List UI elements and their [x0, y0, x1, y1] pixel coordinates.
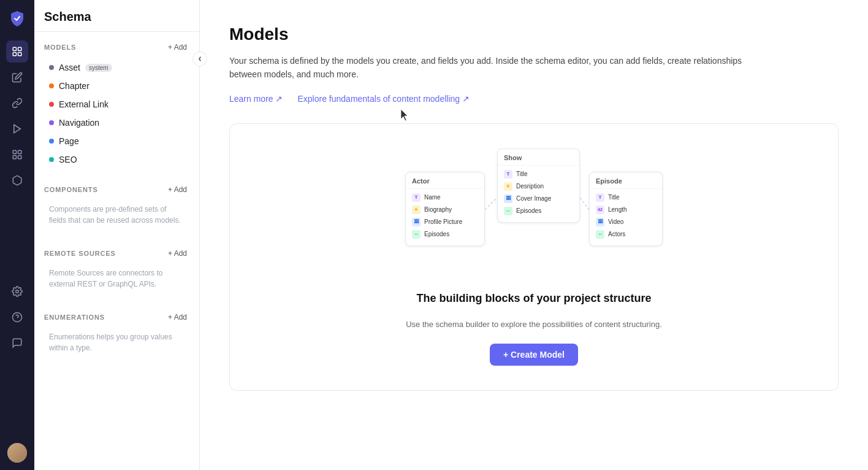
- sidebar-item-apps[interactable]: [6, 144, 28, 166]
- svg-rect-8: [18, 156, 21, 159]
- svg-rect-2: [13, 53, 16, 56]
- remote-sources-section-header: REMOTE SOURCES + Add: [44, 248, 189, 259]
- field-icon-d: ≡: [412, 206, 421, 214]
- components-desc: Components are pre-defined sets of field…: [44, 201, 189, 233]
- field-icon-img3: 🖼: [596, 218, 604, 226]
- sidebar: Schema MODELS + Add Asset system Chapter…: [34, 0, 200, 470]
- show-title: Show: [498, 154, 579, 166]
- field-icon-t: T: [412, 193, 421, 202]
- page-label: Page: [59, 136, 79, 146]
- actor-title: Actor: [406, 177, 484, 189]
- chapter-dot: [49, 83, 54, 88]
- field-icon-rel2: ↔: [504, 207, 512, 215]
- page-dot: [49, 139, 54, 144]
- svg-rect-3: [18, 53, 21, 56]
- field-icon-img: 🖼: [412, 218, 421, 226]
- svg-rect-1: [18, 47, 21, 50]
- field-icon-42: 42: [596, 206, 604, 214]
- svg-line-13: [580, 198, 589, 210]
- sidebar-item-links[interactable]: [6, 92, 28, 114]
- svg-rect-7: [13, 156, 16, 159]
- sidebar-collapse-button[interactable]: [192, 52, 207, 66]
- ep-field-video: 🖼 Video: [590, 216, 662, 228]
- model-item-external-link[interactable]: External Link: [44, 96, 189, 113]
- external-link-label: External Link: [59, 99, 108, 109]
- actor-field-pic: 🖼 Profile Picture: [406, 216, 484, 228]
- seo-dot: [49, 157, 54, 162]
- components-section-header: COMPONENTS + Add: [44, 184, 189, 195]
- show-card: Show T Title ≡ Desription 🖼 Cover Image …: [497, 148, 580, 223]
- field-icon-t2: T: [504, 170, 512, 179]
- page-description: Your schema is defined by the models you…: [229, 54, 756, 82]
- episode-title: Episode: [590, 177, 662, 189]
- icon-bar: [0, 0, 34, 470]
- field-icon-d2: ≡: [504, 182, 512, 191]
- svg-rect-0: [13, 47, 16, 50]
- models-add-button[interactable]: + Add: [166, 42, 189, 53]
- illustration-card: Actor T Name ≡ Biography 🖼 Profile Pictu…: [229, 123, 839, 391]
- external-link-dot: [49, 102, 54, 107]
- components-add-button[interactable]: + Add: [166, 184, 189, 195]
- navigation-label: Navigation: [59, 118, 99, 128]
- schema-diagram: Actor T Name ≡ Biography 🖼 Profile Pictu…: [405, 148, 663, 277]
- sidebar-item-content[interactable]: [6, 66, 28, 88]
- illustration-desc: Use the schema builder to explore the po…: [406, 320, 662, 329]
- actor-field-eps: ↔ Episodes: [406, 228, 484, 241]
- show-field-desc: ≡ Desription: [498, 180, 579, 193]
- explore-link[interactable]: Explore fundamentals of content modellin…: [297, 94, 470, 104]
- enumerations-section: ENUMERATIONS + Add Enumerations helps yo…: [34, 302, 199, 366]
- field-icon-rel: ↔: [412, 230, 421, 239]
- cursor-pointer: [401, 109, 409, 121]
- sidebar-title: Schema: [34, 0, 199, 32]
- actor-field-name: T Name: [406, 191, 484, 204]
- ep-field-length: 42 Length: [590, 204, 662, 216]
- model-item-asset[interactable]: Asset system: [44, 59, 189, 76]
- ep-field-actors: ↔ Actors: [590, 228, 662, 241]
- main-content: Models Your schema is defined by the mod…: [200, 0, 868, 470]
- enumerations-desc: Enumerations helps you group values with…: [44, 329, 189, 361]
- model-item-navigation[interactable]: Navigation: [44, 114, 189, 131]
- sidebar-item-play[interactable]: [6, 118, 28, 140]
- app-logo[interactable]: [6, 7, 28, 29]
- illustration-title: The building blocks of your project stru…: [416, 292, 651, 305]
- sidebar-item-settings[interactable]: [6, 280, 28, 302]
- models-section-header: MODELS + Add: [44, 42, 189, 53]
- actor-card: Actor T Name ≡ Biography 🖼 Profile Pictu…: [405, 172, 485, 246]
- learn-more-links: Learn more ↗ Explore fundamentals of con…: [229, 94, 839, 104]
- show-field-title: T Title: [498, 168, 579, 180]
- actor-field-bio: ≡ Biography: [406, 204, 484, 216]
- components-section-label: COMPONENTS: [44, 186, 98, 193]
- show-field-cover: 🖼 Cover Image: [498, 193, 579, 205]
- enumerations-label: ENUMERATIONS: [44, 314, 105, 321]
- seo-label: SEO: [59, 155, 77, 164]
- remote-sources-add-button[interactable]: + Add: [166, 248, 189, 259]
- components-section: COMPONENTS + Add Components are pre-defi…: [34, 174, 199, 238]
- model-item-page[interactable]: Page: [44, 133, 189, 150]
- remote-sources-desc: Remote Sources are connectors to externa…: [44, 265, 189, 297]
- enumerations-add-button[interactable]: + Add: [166, 312, 189, 323]
- sidebar-item-chat[interactable]: [6, 332, 28, 354]
- show-field-eps: ↔ Episodes: [498, 205, 579, 217]
- sidebar-item-help[interactable]: [6, 306, 28, 328]
- episode-card: Episode T Title 42 Length 🖼 Video ↔ Acto…: [589, 172, 663, 246]
- field-icon-rel3: ↔: [596, 230, 604, 239]
- model-item-seo[interactable]: SEO: [44, 151, 189, 168]
- create-model-button[interactable]: + Create Model: [490, 344, 578, 366]
- learn-more-link[interactable]: Learn more ↗: [229, 94, 283, 104]
- model-item-chapter[interactable]: Chapter: [44, 77, 189, 94]
- enumerations-section-header: ENUMERATIONS + Add: [44, 312, 189, 323]
- user-avatar[interactable]: [7, 443, 27, 463]
- svg-rect-5: [13, 150, 16, 153]
- models-section: MODELS + Add Asset system Chapter Extern…: [34, 32, 199, 174]
- asset-badge: system: [85, 64, 112, 72]
- field-icon-t3: T: [596, 193, 604, 202]
- sidebar-item-plugins[interactable]: [6, 169, 28, 191]
- svg-line-12: [485, 198, 497, 210]
- remote-sources-section: REMOTE SOURCES + Add Remote Sources are …: [34, 238, 199, 302]
- models-section-label: MODELS: [44, 44, 76, 51]
- remote-sources-label: REMOTE SOURCES: [44, 250, 116, 257]
- asset-dot: [49, 65, 54, 70]
- page-title: Models: [229, 25, 839, 44]
- sidebar-item-schema[interactable]: [6, 40, 28, 63]
- chapter-label: Chapter: [59, 81, 89, 91]
